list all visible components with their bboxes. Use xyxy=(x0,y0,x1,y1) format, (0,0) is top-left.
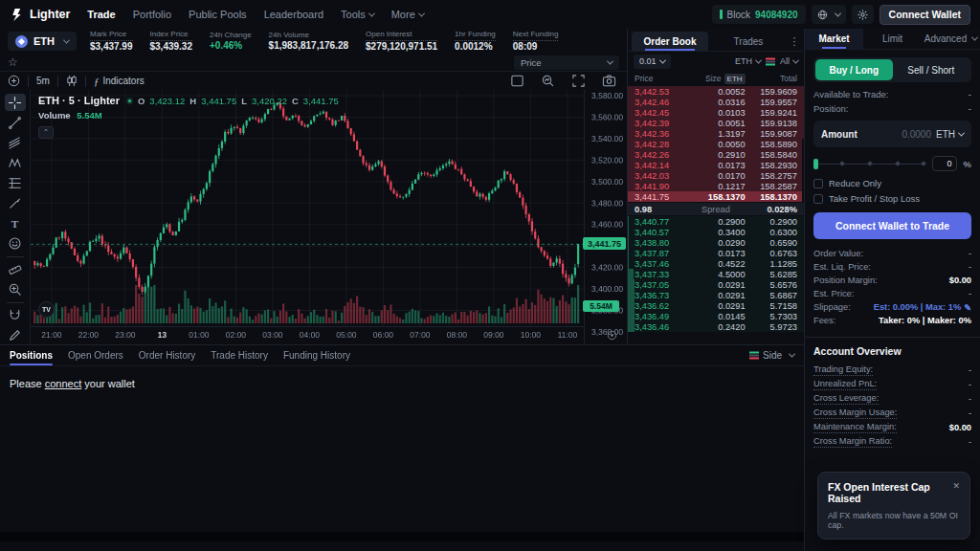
tab-order-book[interactable]: Order Book xyxy=(632,32,708,51)
tool-compare-magnifier[interactable] xyxy=(537,72,558,90)
axis-settings-icon[interactable] xyxy=(607,330,617,341)
nav-item-tools[interactable]: Tools xyxy=(341,9,374,20)
timeframe-button[interactable]: 5m xyxy=(36,76,50,86)
account-label[interactable]: Maintenance Margin: xyxy=(813,422,897,433)
side-filter[interactable]: Side xyxy=(749,350,794,361)
tab-market[interactable]: Market xyxy=(805,29,863,49)
account-label[interactable]: Cross Leverage: xyxy=(813,393,879,405)
depth-filter[interactable]: All xyxy=(780,56,798,66)
tpsl-checkbox[interactable] xyxy=(813,194,823,204)
orderbook-ask-row[interactable]: 3,442.460.0316159.9557 xyxy=(628,97,804,107)
orderbook-ask-row[interactable]: 3,442.140.0173158.2930 xyxy=(628,160,804,170)
orderbook-ask-row[interactable]: 3,442.030.0170158.2757 xyxy=(628,170,804,181)
favorite-star-icon[interactable]: ☆ xyxy=(8,55,18,69)
orderbook-bid-row[interactable]: 3,437.870.01730.6763 xyxy=(628,248,804,258)
amount-unit-selector[interactable]: ETH xyxy=(936,129,964,140)
orderbook-bid-row[interactable]: 3,440.770.29000.2900 xyxy=(628,216,804,227)
orderbook-ask-row[interactable]: 3,441.75158.1370158.1370 xyxy=(628,191,804,202)
orderbook-ask-row[interactable]: 3,442.530.0052159.9609 xyxy=(628,86,804,97)
tick-size-selector[interactable]: 0.01 xyxy=(634,55,671,69)
chart-legend-title: ETH · 5 · Lighter xyxy=(38,95,120,106)
kebab-menu-icon[interactable]: ⋮ xyxy=(789,32,800,51)
tool-trend-line[interactable] xyxy=(5,114,26,131)
slider-percent-input[interactable]: 0 xyxy=(932,156,957,171)
nav-item-public-pools[interactable]: Public Pools xyxy=(189,9,247,20)
slider-handle[interactable] xyxy=(813,159,818,169)
candlestick-chart[interactable] xyxy=(31,90,627,344)
orderbook-bid-row[interactable]: 3,436.490.01455.7303 xyxy=(628,311,804,321)
tool-fullscreen[interactable] xyxy=(568,72,589,90)
tool-brush[interactable] xyxy=(5,194,26,211)
tool-draw-pencil[interactable] xyxy=(5,327,26,344)
connect-link[interactable]: connect xyxy=(45,378,82,389)
tab-advanced[interactable]: Advanced xyxy=(922,29,980,49)
tool-snapshot-camera[interactable] xyxy=(598,72,619,90)
tool-panel-layout[interactable] xyxy=(506,72,527,90)
nav-item-trade[interactable]: Trade xyxy=(87,9,115,20)
reduce-only-row[interactable]: Reduce Only xyxy=(813,178,971,188)
language-button[interactable] xyxy=(812,5,846,24)
orderbook-bid-row[interactable]: 3,437.334.50005.6285 xyxy=(628,269,804,279)
tool-magnet[interactable] xyxy=(5,307,26,324)
orderbook-ask-row[interactable]: 3,442.361.3197159.9087 xyxy=(628,128,804,139)
buy-long-button[interactable]: Buy / Long xyxy=(815,59,893,80)
orderbook-bid-row[interactable]: 3,436.620.02915.7158 xyxy=(628,300,804,311)
account-label[interactable]: Unrealized PnL: xyxy=(813,379,877,390)
orderbook-ask-row[interactable]: 3,442.390.0051159.9138 xyxy=(628,118,804,128)
fx-icon: ƒ xyxy=(94,76,100,87)
reduce-only-checkbox[interactable] xyxy=(813,179,823,188)
amount-input[interactable]: Amount 0.0000 ETH xyxy=(813,121,971,147)
orderbook-ask-row[interactable]: 3,442.450.0103159.9241 xyxy=(628,107,804,118)
add-symbol-button[interactable] xyxy=(8,75,20,87)
indicators-button[interactable]: ƒ Indicators xyxy=(94,76,145,87)
tool-emoji[interactable] xyxy=(5,235,26,253)
orderbook-ask-row[interactable]: 3,442.260.2910158.5840 xyxy=(628,149,804,160)
tool-zoom-in[interactable] xyxy=(5,281,26,298)
stat-value: $1,983,817,176.28 xyxy=(269,40,348,53)
tool-fib-retracement[interactable] xyxy=(5,174,26,191)
detail-row: Order Value:- xyxy=(813,247,971,260)
nav-item-leaderboard[interactable]: Leaderboard xyxy=(264,9,323,20)
nav-item-portfolio[interactable]: Portfolio xyxy=(133,9,171,20)
legend-collapse-button[interactable]: ⌃ xyxy=(38,126,54,139)
tab-trades[interactable]: Trades xyxy=(710,32,787,51)
account-label[interactable]: Cross Margin Ratio: xyxy=(813,436,892,448)
orderbook-bid-row[interactable]: 3,437.050.02915.6576 xyxy=(628,279,804,290)
tool-measure[interactable] xyxy=(5,261,26,278)
tab-funding-history[interactable]: Funding History xyxy=(283,345,350,365)
settings-button[interactable] xyxy=(852,5,874,24)
orderbook-bid-row[interactable]: 3,437.460.45221.1285 xyxy=(628,258,804,269)
depth-toggle-icon[interactable] xyxy=(766,57,775,66)
orderbook-ask-row[interactable]: 3,441.900.1217158.2587 xyxy=(628,181,804,191)
tab-order-history[interactable]: Order History xyxy=(139,345,195,365)
tool-xabcd-pattern[interactable] xyxy=(5,154,26,171)
connect-wallet-to-trade-button[interactable]: Connect Wallet to Trade xyxy=(813,212,971,239)
tool-text[interactable]: T xyxy=(5,215,26,232)
toast-close-icon[interactable]: ✕ xyxy=(947,481,960,491)
account-label[interactable]: Cross Margin Usage: xyxy=(813,408,897,419)
connect-wallet-button[interactable]: Connect Wallet xyxy=(880,5,970,25)
sell-short-button[interactable]: Sell / Short xyxy=(893,59,970,80)
nav-item-more[interactable]: More xyxy=(391,9,424,20)
tab-trade-history[interactable]: Trade History xyxy=(211,345,268,365)
orderbook-ask-row[interactable]: 3,442.280.0050158.5890 xyxy=(628,139,804,149)
tab-open-orders[interactable]: Open Orders xyxy=(68,345,123,365)
orderbook-bid-row[interactable]: 3,440.570.34000.6300 xyxy=(628,227,804,237)
size-slider[interactable] xyxy=(813,158,925,169)
size-unit-chip[interactable]: ETH xyxy=(724,74,746,84)
orderbook-bid-row[interactable]: 3,436.730.02915.6867 xyxy=(628,290,804,300)
unit-selector[interactable]: ETH xyxy=(735,56,761,66)
tab-limit[interactable]: Limit xyxy=(863,29,922,49)
tool-parallel-channel[interactable] xyxy=(5,134,26,151)
pair-selector[interactable]: ETH xyxy=(8,32,77,51)
edit-pencil-icon[interactable]: ✎ xyxy=(964,302,971,313)
account-label[interactable]: Trading Equity: xyxy=(813,364,873,376)
orderbook-bid-row[interactable]: 3,436.460.24205.9723 xyxy=(628,321,804,332)
brand[interactable]: Lighter xyxy=(10,8,70,22)
tool-crosshair[interactable] xyxy=(5,94,26,111)
orderbook-bid-row[interactable]: 3,438.800.02900.6590 xyxy=(628,237,804,248)
candle-style-button[interactable] xyxy=(66,75,78,87)
tpsl-row[interactable]: Take Profit / Stop Loss xyxy=(813,193,971,204)
price-display-selector[interactable]: Price xyxy=(514,55,619,70)
tab-positions[interactable]: Positions xyxy=(10,345,53,365)
